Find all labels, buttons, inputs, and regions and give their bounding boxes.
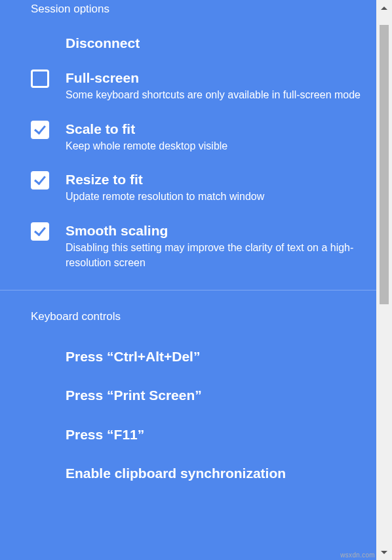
scale-to-fit-option[interactable]: Scale to fit Keep whole remote desktop v… xyxy=(0,120,376,153)
resize-to-fit-title: Resize to fit xyxy=(66,170,363,188)
disconnect-label: Disconnect xyxy=(66,34,140,52)
resize-to-fit-checkbox[interactable] xyxy=(31,171,49,190)
smooth-scaling-desc: Disabling this setting may improve the c… xyxy=(66,240,363,270)
fullscreen-desc: Some keyboard shortcuts are only availab… xyxy=(66,87,363,102)
smooth-scaling-body: Smooth scaling Disabling this setting ma… xyxy=(66,222,363,271)
resize-to-fit-option[interactable]: Resize to fit Update remote resolution t… xyxy=(0,170,376,204)
options-panel: Session options Disconnect Full-screen S… xyxy=(0,0,376,560)
enable-clipboard-button[interactable]: Enable clipboard synchronization xyxy=(0,464,376,482)
fullscreen-title: Full-screen xyxy=(66,69,363,87)
watermark-text: wsxdn.com xyxy=(340,551,375,559)
fullscreen-checkbox[interactable] xyxy=(31,70,49,88)
smooth-scaling-checkbox[interactable] xyxy=(31,222,49,241)
press-print-screen-button[interactable]: Press “Print Screen” xyxy=(0,386,376,404)
keyboard-controls-header: Keyboard controls xyxy=(0,290,376,325)
scrollbar-track[interactable] xyxy=(376,0,392,560)
press-f11-button[interactable]: Press “F11” xyxy=(0,426,376,443)
scale-to-fit-title: Scale to fit xyxy=(66,120,363,138)
scrollbar-thumb[interactable] xyxy=(380,25,389,304)
resize-to-fit-desc: Update remote resolution to match window xyxy=(66,189,363,204)
session-options-section: Session options Disconnect Full-screen S… xyxy=(0,0,376,289)
press-ctrl-alt-del-label: Press “Ctrl+Alt+Del” xyxy=(66,348,200,365)
scale-to-fit-checkbox[interactable] xyxy=(31,121,49,139)
press-f11-label: Press “F11” xyxy=(66,426,144,443)
session-options-header: Session options xyxy=(0,0,376,17)
fullscreen-body: Full-screen Some keyboard shortcuts are … xyxy=(66,69,363,102)
press-print-screen-label: Press “Print Screen” xyxy=(66,386,202,404)
press-ctrl-alt-del-button[interactable]: Press “Ctrl+Alt+Del” xyxy=(0,348,376,365)
scroll-down-icon[interactable] xyxy=(376,544,392,560)
disconnect-button[interactable]: Disconnect xyxy=(0,34,376,52)
scale-to-fit-desc: Keep whole remote desktop visible xyxy=(66,138,363,153)
fullscreen-option[interactable]: Full-screen Some keyboard shortcuts are … xyxy=(0,69,376,102)
smooth-scaling-option[interactable]: Smooth scaling Disabling this setting ma… xyxy=(0,222,376,271)
enable-clipboard-label: Enable clipboard synchronization xyxy=(66,464,286,482)
keyboard-controls-section: Keyboard controls Press “Ctrl+Alt+Del” P… xyxy=(0,290,376,500)
smooth-scaling-title: Smooth scaling xyxy=(66,222,363,239)
scale-to-fit-body: Scale to fit Keep whole remote desktop v… xyxy=(66,120,363,153)
resize-to-fit-body: Resize to fit Update remote resolution t… xyxy=(66,170,363,204)
scroll-up-icon[interactable] xyxy=(376,0,392,16)
